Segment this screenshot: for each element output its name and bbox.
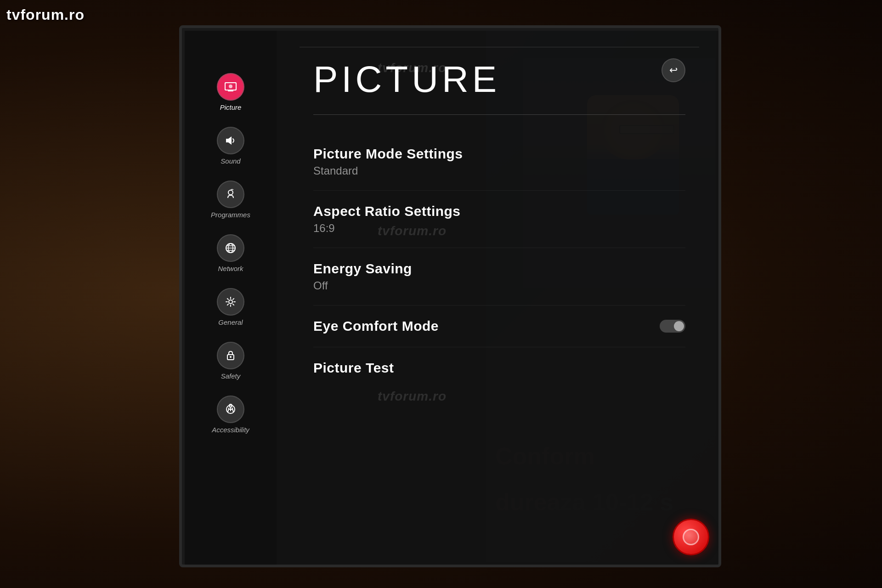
main-content: tvforum.ro tvforum.ro tvforum.ro PICTURE… — [277, 31, 721, 567]
tv-frame: Conform dureaza 10-12 s Pi — [179, 25, 721, 567]
sidebar-item-accessibility[interactable]: Accessibility — [196, 390, 265, 439]
picture-icon — [217, 73, 244, 101]
general-icon — [217, 288, 244, 316]
sidebar-item-sound[interactable]: Sound — [196, 121, 265, 170]
page-title: PICTURE — [313, 58, 685, 101]
setting-picture-test[interactable]: Picture Test — [313, 347, 685, 389]
setting-aspect-ratio-value: 16:9 — [313, 222, 461, 235]
setting-picture-mode-info: Picture Mode Settings Standard — [313, 146, 463, 177]
setting-picture-mode-title: Picture Mode Settings — [313, 146, 463, 162]
setting-picture-test-title: Picture Test — [313, 360, 394, 376]
svg-point-13 — [230, 356, 232, 358]
accessibility-icon — [217, 396, 244, 423]
sidebar-label-accessibility: Accessibility — [212, 426, 249, 434]
sidebar-item-programmes[interactable]: Programmes — [196, 175, 265, 224]
record-button-inner — [683, 529, 699, 545]
svg-point-2 — [229, 85, 232, 88]
sidebar-item-general[interactable]: General — [196, 283, 265, 332]
sidebar-label-general: General — [218, 318, 243, 326]
sidebar-label-programmes: Programmes — [211, 211, 250, 219]
tv-screen: Conform dureaza 10-12 s Pi — [185, 31, 716, 562]
watermark-3: tvforum.ro — [378, 389, 447, 404]
back-button[interactable]: ↩ — [662, 58, 685, 82]
setting-picture-test-info: Picture Test — [313, 360, 394, 376]
setting-eye-comfort[interactable]: Eye Comfort Mode — [313, 305, 685, 347]
setting-energy-saving[interactable]: Energy Saving Off — [313, 248, 685, 305]
sidebar-item-network[interactable]: Network — [196, 229, 265, 278]
svg-marker-4 — [226, 136, 232, 145]
sidebar-label-network: Network — [218, 265, 243, 272]
svg-line-18 — [228, 408, 229, 413]
setting-aspect-ratio-title: Aspect Ratio Settings — [313, 204, 461, 219]
site-logo: tvforum.ro — [6, 6, 85, 23]
setting-aspect-ratio-info: Aspect Ratio Settings 16:9 — [313, 204, 461, 235]
top-line — [300, 47, 699, 47]
setting-eye-comfort-info: Eye Comfort Mode — [313, 318, 439, 334]
setting-energy-saving-title: Energy Saving — [313, 261, 412, 277]
content-divider — [313, 114, 685, 115]
svg-point-11 — [229, 300, 232, 304]
eye-comfort-toggle[interactable] — [660, 320, 685, 333]
svg-point-5 — [228, 190, 233, 195]
osd-overlay: Picture Sound — [185, 31, 721, 567]
sidebar: Picture Sound — [185, 31, 277, 567]
svg-line-19 — [232, 408, 234, 413]
settings-list: Picture Mode Settings Standard Aspect Ra… — [313, 133, 685, 389]
sidebar-item-safety[interactable]: Safety — [196, 336, 265, 385]
programmes-icon — [217, 181, 244, 208]
sidebar-label-sound: Sound — [220, 157, 240, 165]
sound-icon — [217, 127, 244, 154]
sidebar-label-picture: Picture — [220, 103, 242, 111]
network-icon — [217, 234, 244, 262]
sidebar-label-safety: Safety — [221, 372, 241, 380]
sidebar-item-picture[interactable]: Picture — [196, 68, 265, 117]
setting-eye-comfort-title: Eye Comfort Mode — [313, 318, 439, 334]
setting-energy-saving-value: Off — [313, 279, 412, 292]
setting-energy-saving-info: Energy Saving Off — [313, 261, 412, 292]
setting-picture-mode[interactable]: Picture Mode Settings Standard — [313, 133, 685, 191]
safety-icon — [217, 342, 244, 369]
record-button[interactable] — [673, 519, 709, 555]
setting-aspect-ratio[interactable]: Aspect Ratio Settings 16:9 — [313, 191, 685, 248]
setting-picture-mode-value: Standard — [313, 164, 463, 177]
